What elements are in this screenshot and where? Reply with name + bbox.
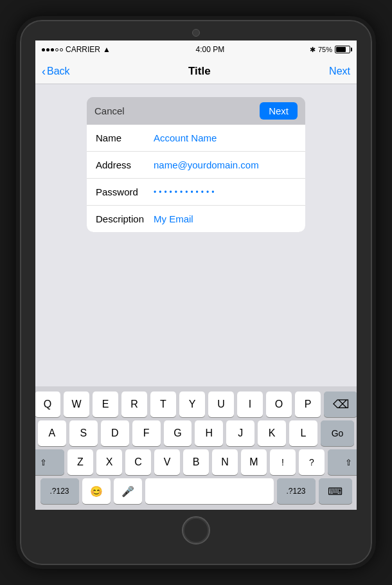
key-x[interactable]: X [96, 449, 122, 475]
carrier-label: CARRIER [66, 45, 100, 54]
form-label-description: Description [96, 213, 154, 224]
bluetooth-icon: ✱ [310, 46, 316, 54]
status-left: CARRIER ▲ [42, 45, 111, 54]
keyboard-row-3: ⇧ Z X C V B N M ! ? ⇧ [38, 449, 354, 475]
dialog-header: Cancel Next [87, 97, 305, 125]
form-value-name: Account Name [154, 132, 217, 143]
key-y[interactable]: Y [179, 392, 205, 417]
key-numswitch-left[interactable]: .?123 [40, 478, 79, 504]
form-row-address[interactable]: Address name@yourdomain.com [87, 152, 305, 179]
key-space[interactable] [145, 478, 274, 504]
key-shift-left[interactable]: ⇧ [35, 449, 64, 475]
signal-icon [42, 48, 63, 51]
nav-next-button[interactable]: Next [329, 66, 350, 77]
key-i[interactable]: I [237, 392, 263, 417]
key-m[interactable]: M [241, 449, 267, 475]
signal-dot-5 [60, 48, 63, 51]
key-shift-right[interactable]: ⇧ [328, 449, 357, 475]
back-label: Back [47, 66, 70, 77]
status-right: ✱ 75% [310, 46, 350, 54]
dialog-body: Name Account Name Address name@yourdomai… [87, 125, 305, 232]
home-button[interactable] [182, 516, 210, 544]
wifi-icon: ▲ [103, 45, 111, 54]
key-j[interactable]: J [226, 420, 254, 446]
status-time: 4:00 PM [196, 45, 225, 54]
key-o[interactable]: O [266, 392, 292, 417]
key-w[interactable]: W [64, 392, 89, 417]
signal-dot-4 [55, 48, 58, 51]
key-numswitch-right[interactable]: .?123 [277, 478, 316, 504]
key-d[interactable]: D [101, 420, 129, 446]
key-v[interactable]: V [154, 449, 180, 475]
status-bar: CARRIER ▲ 4:00 PM ✱ 75% [35, 40, 357, 59]
nav-bar: ‹ Back Title Next [35, 59, 357, 84]
key-hide-keyboard[interactable]: ⌨ [319, 478, 352, 504]
key-p[interactable]: P [295, 392, 321, 417]
key-c[interactable]: C [125, 449, 151, 475]
key-mic[interactable]: 🎤 [114, 478, 142, 504]
form-label-password: Password [96, 186, 154, 197]
cancel-button[interactable]: Cancel [94, 105, 125, 116]
keyboard-row-2: A S D F G H J K L Go [38, 420, 354, 446]
form-row-description[interactable]: Description My Email [87, 206, 305, 232]
front-camera [192, 29, 200, 37]
form-value-password: •••••••••••• [154, 188, 217, 197]
content-area: Cancel Next Name Account Name Address na… [35, 84, 357, 386]
form-row-password[interactable]: Password •••••••••••• [87, 179, 305, 206]
key-e[interactable]: E [93, 392, 118, 417]
signal-dot-2 [46, 48, 49, 51]
key-r[interactable]: R [121, 392, 147, 417]
form-row-name[interactable]: Name Account Name [87, 125, 305, 152]
keyboard: Q W E R T Y U I O P ⌫ A S D F G H J [35, 386, 357, 510]
screen: CARRIER ▲ 4:00 PM ✱ 75% ‹ Back Title N [35, 40, 357, 510]
form-label-address: Address [96, 159, 154, 170]
key-k[interactable]: K [258, 420, 286, 446]
form-value-address: name@yourdomain.com [154, 159, 259, 170]
key-question[interactable]: ? [299, 449, 325, 475]
key-z[interactable]: Z [67, 449, 93, 475]
dialog-next-button[interactable]: Next [260, 102, 298, 120]
key-b[interactable]: B [183, 449, 209, 475]
battery-icon [335, 46, 350, 53]
key-exclaim[interactable]: ! [270, 449, 296, 475]
form-value-description: My Email [154, 213, 193, 224]
home-button-area [182, 510, 210, 554]
signal-dot-1 [42, 48, 45, 51]
key-l[interactable]: L [289, 420, 317, 446]
key-a[interactable]: A [38, 420, 66, 446]
back-button[interactable]: ‹ Back [42, 66, 70, 77]
page-title: Title [188, 65, 211, 78]
key-u[interactable]: U [208, 392, 234, 417]
key-h[interactable]: H [195, 420, 223, 446]
keyboard-row-1: Q W E R T Y U I O P ⌫ [38, 392, 354, 417]
key-g[interactable]: G [164, 420, 192, 446]
keyboard-row-4: .?123 😊 🎤 .?123 ⌨ [38, 478, 354, 504]
signal-dot-3 [51, 48, 54, 51]
battery-bar [335, 46, 350, 53]
dialog: Cancel Next Name Account Name Address na… [87, 97, 305, 232]
battery-percent: 75% [318, 46, 332, 53]
key-delete[interactable]: ⌫ [324, 392, 357, 417]
battery-fill [336, 47, 346, 52]
key-n[interactable]: N [212, 449, 238, 475]
key-f[interactable]: F [132, 420, 161, 446]
back-chevron-icon: ‹ [42, 66, 46, 77]
key-emoji[interactable]: 😊 [82, 478, 111, 504]
tablet-shell: CARRIER ▲ 4:00 PM ✱ 75% ‹ Back Title N [16, 16, 376, 569]
key-go[interactable]: Go [321, 420, 354, 446]
key-t[interactable]: T [150, 392, 176, 417]
key-s[interactable]: S [69, 420, 98, 446]
key-q[interactable]: Q [35, 392, 60, 417]
form-label-name: Name [96, 132, 154, 143]
